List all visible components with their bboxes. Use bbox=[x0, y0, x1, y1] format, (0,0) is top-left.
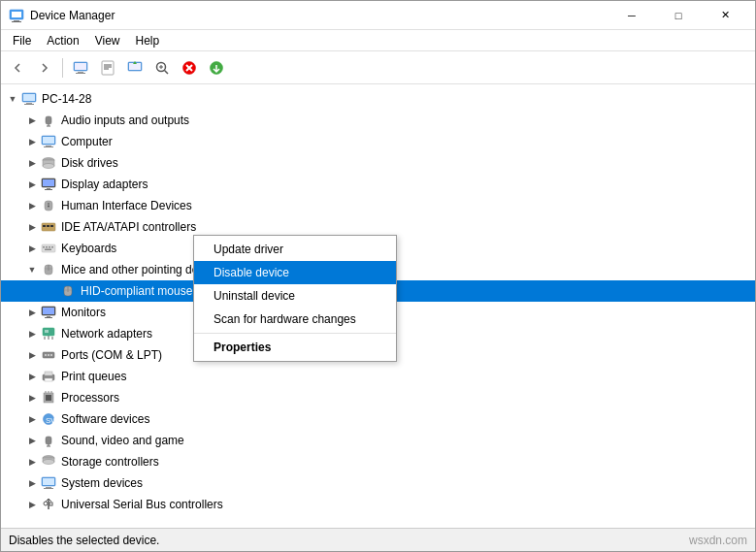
icon-display bbox=[40, 176, 57, 193]
svg-rect-5 bbox=[75, 63, 86, 70]
label-processors: Processors bbox=[61, 391, 119, 405]
ctx-separator bbox=[194, 333, 396, 334]
icon-hid-mouse bbox=[59, 282, 77, 300]
expander-keyboards[interactable]: ▶ bbox=[24, 241, 40, 256]
icon-system bbox=[40, 474, 57, 492]
icon-disk bbox=[40, 154, 57, 172]
svg-rect-75 bbox=[45, 378, 52, 381]
tree-item-sound[interactable]: ▶ Sound, video and game bbox=[1, 430, 755, 451]
svg-rect-3 bbox=[12, 21, 21, 22]
tree-item-pc[interactable]: ▼ PC-14-28 bbox=[1, 88, 755, 110]
tree-item-storage[interactable]: ▶ Storage controllers bbox=[1, 451, 755, 472]
label-audio: Audio inputs and outputs bbox=[61, 114, 189, 127]
tree-item-software[interactable]: ▶ SW Software devices bbox=[1, 408, 755, 430]
expander-hid[interactable]: ▶ bbox=[24, 198, 40, 213]
expander-monitors[interactable]: ▶ bbox=[24, 305, 40, 320]
svg-rect-90 bbox=[43, 478, 54, 485]
ctx-disable-device[interactable]: Disable device bbox=[194, 261, 396, 284]
ctx-properties[interactable]: Properties bbox=[194, 336, 396, 359]
expander-software[interactable]: ▶ bbox=[24, 411, 40, 427]
scan-toolbar-button[interactable] bbox=[149, 55, 175, 81]
expander-storage[interactable]: ▶ bbox=[24, 454, 40, 470]
expander-ide[interactable]: ▶ bbox=[24, 219, 40, 235]
icon-pc bbox=[20, 90, 38, 108]
title-bar-buttons: ─ □ ✕ bbox=[609, 1, 747, 30]
tree-item-processors[interactable]: ▶ Processors bbox=[1, 387, 755, 408]
label-ide: IDE ATA/ATAPI controllers bbox=[61, 220, 196, 234]
expander-usb[interactable]: ▶ bbox=[24, 497, 40, 512]
expander-mice[interactable]: ▼ bbox=[24, 262, 40, 277]
icon-network bbox=[40, 325, 57, 342]
expander-network[interactable]: ▶ bbox=[24, 326, 40, 341]
icon-usb bbox=[40, 496, 57, 513]
icon-keyboards bbox=[40, 240, 57, 257]
tree-panel[interactable]: ▼ PC-14-28 ▶ Audio inputs and outputs ▶ bbox=[1, 84, 755, 528]
svg-rect-61 bbox=[43, 308, 54, 314]
expander-pc[interactable]: ▼ bbox=[5, 91, 20, 107]
back-button[interactable] bbox=[5, 55, 30, 81]
tree-item-audio[interactable]: ▶ Audio inputs and outputs bbox=[1, 110, 755, 131]
svg-rect-52 bbox=[51, 246, 53, 248]
status-brand: wsxdn.com bbox=[689, 534, 747, 547]
svg-rect-92 bbox=[44, 488, 53, 489]
svg-point-36 bbox=[43, 164, 54, 169]
properties-toolbar-button[interactable] bbox=[95, 55, 120, 81]
expander-print[interactable]: ▶ bbox=[24, 369, 40, 384]
expander-ports[interactable]: ▶ bbox=[24, 347, 40, 363]
label-hid-mouse: HID-compliant mouse bbox=[81, 284, 192, 298]
icon-print bbox=[40, 368, 57, 385]
ctx-uninstall-device[interactable]: Uninstall device bbox=[194, 284, 396, 308]
tree-item-system[interactable]: ▶ System devices bbox=[1, 472, 755, 494]
svg-rect-45 bbox=[43, 225, 46, 227]
expander-processors[interactable]: ▶ bbox=[24, 390, 40, 406]
icon-software: SW bbox=[40, 410, 57, 428]
expander-disk[interactable]: ▶ bbox=[24, 155, 40, 171]
tree-item-print[interactable]: ▶ Print queues bbox=[1, 366, 755, 387]
ctx-scan-hardware[interactable]: Scan for hardware changes bbox=[194, 308, 396, 331]
svg-rect-50 bbox=[46, 246, 48, 248]
expander-display[interactable]: ▶ bbox=[24, 177, 40, 192]
update-driver-toolbar-button[interactable] bbox=[122, 55, 148, 81]
svg-rect-32 bbox=[46, 146, 51, 146]
expander-computer[interactable]: ▶ bbox=[24, 134, 40, 149]
tree-item-display[interactable]: ▶ Display adapters bbox=[1, 174, 755, 195]
computer-toolbar-button[interactable] bbox=[68, 55, 93, 81]
icon-audio bbox=[40, 112, 57, 129]
minimize-button[interactable]: ─ bbox=[609, 1, 654, 30]
svg-rect-74 bbox=[45, 372, 52, 375]
expander-sound[interactable]: ▶ bbox=[24, 433, 40, 448]
icon-processors bbox=[40, 389, 57, 406]
tree-item-computer[interactable]: ▶ Computer bbox=[1, 131, 755, 152]
label-print: Print queues bbox=[61, 370, 126, 383]
svg-point-96 bbox=[44, 502, 48, 505]
svg-rect-40 bbox=[45, 189, 52, 190]
svg-point-71 bbox=[48, 354, 49, 356]
svg-rect-97 bbox=[49, 503, 52, 505]
tree-item-hid[interactable]: ▶ Human Interface Devices bbox=[1, 195, 755, 216]
tree-item-usb[interactable]: ▶ Universal Serial Bus controllers bbox=[1, 494, 755, 515]
svg-point-88 bbox=[43, 460, 54, 465]
svg-rect-51 bbox=[49, 246, 50, 248]
remove-toolbar-button[interactable] bbox=[177, 55, 202, 81]
forward-button[interactable] bbox=[32, 55, 57, 81]
menu-help[interactable]: Help bbox=[128, 32, 168, 49]
label-ports: Ports (COM & LPT) bbox=[61, 348, 162, 362]
tree-item-disk[interactable]: ▶ Disk drives bbox=[1, 152, 755, 174]
expander-system[interactable]: ▶ bbox=[24, 475, 40, 491]
svg-point-43 bbox=[48, 206, 49, 208]
svg-rect-48 bbox=[42, 244, 55, 252]
expander-audio[interactable]: ▶ bbox=[24, 113, 40, 128]
close-button[interactable]: ✕ bbox=[703, 1, 747, 30]
label-display: Display adapters bbox=[61, 178, 148, 191]
status-bar: Disables the selected device. wsxdn.com bbox=[1, 528, 755, 551]
menu-file[interactable]: File bbox=[5, 32, 39, 49]
menu-action[interactable]: Action bbox=[39, 32, 86, 49]
maximize-button[interactable]: □ bbox=[656, 1, 701, 30]
rollback-toolbar-button[interactable] bbox=[204, 55, 229, 81]
label-disk: Disk drives bbox=[61, 156, 118, 170]
svg-rect-26 bbox=[24, 104, 34, 105]
icon-sound bbox=[40, 432, 57, 449]
menu-view[interactable]: View bbox=[87, 32, 128, 49]
ctx-update-driver[interactable]: Update driver bbox=[194, 238, 396, 261]
main-content: ▼ PC-14-28 ▶ Audio inputs and outputs ▶ bbox=[1, 84, 755, 528]
